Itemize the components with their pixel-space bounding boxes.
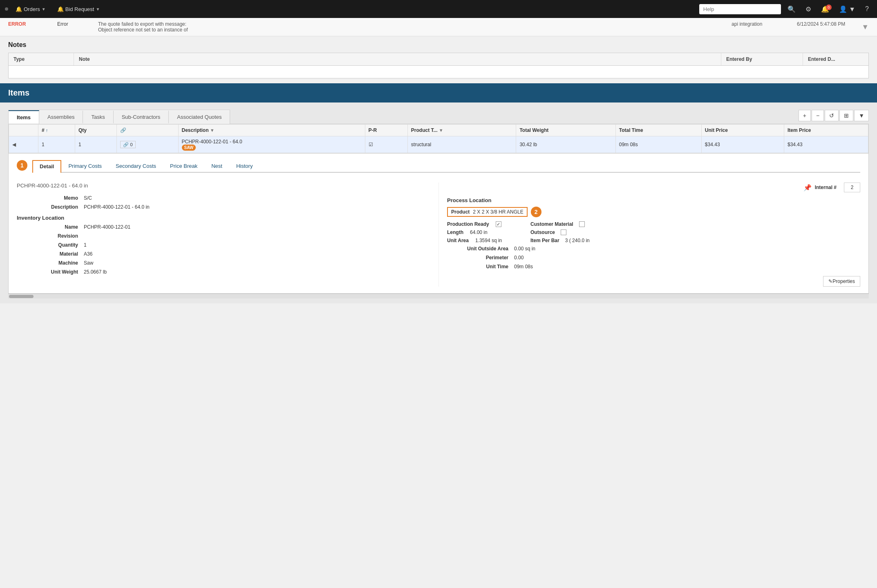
unit-outside-area-row: Unit Outside Area 0.00 sq in xyxy=(447,246,860,252)
inv-machine-label: Machine xyxy=(17,260,82,266)
process-location-header: Process Location xyxy=(447,197,860,203)
row-description: PCHPR-4000-122-01 - 64.0 SAW xyxy=(178,136,365,153)
internal-row: 📌 Internal # 2 xyxy=(447,183,860,192)
col-note: Note xyxy=(74,53,721,65)
inventory-location-header: Inventory Location xyxy=(17,215,430,221)
bid-icon: 🔔 xyxy=(57,6,64,12)
refresh-button[interactable]: ↺ xyxy=(825,110,839,121)
remove-item-button[interactable]: − xyxy=(812,110,824,121)
customer-material-field: Customer Material xyxy=(530,221,860,227)
tab-sub-contractors[interactable]: Sub-Contractors xyxy=(114,111,169,123)
detail-tab-nest[interactable]: Nest xyxy=(204,160,229,172)
detail-tab-price-break[interactable]: Price Break xyxy=(163,160,204,172)
detail-tab-detail[interactable]: Detail xyxy=(32,160,61,173)
production-ready-field: Production Ready xyxy=(447,221,529,227)
col-header-total-weight[interactable]: Total Weight xyxy=(516,125,615,136)
col-header-item-price[interactable]: Item Price xyxy=(784,125,868,136)
grid-view-button[interactable]: ⊞ xyxy=(839,110,853,121)
col-header-num[interactable]: # ↑ xyxy=(38,125,75,136)
memo-value: S/C xyxy=(84,195,430,201)
unit-time-row: Unit Time 09m 08s xyxy=(447,264,860,270)
detail-content: PCHPR-4000-122-01 - 64.0 in Memo S/C Des… xyxy=(17,183,860,287)
detail-tab-history[interactable]: History xyxy=(229,160,260,172)
row-expand[interactable]: ◀ xyxy=(9,136,38,153)
tab-assemblies[interactable]: Assemblies xyxy=(39,111,83,123)
notes-title: Notes xyxy=(8,41,869,49)
description-value: PCHPR-4000-122-01 - 64.0 in xyxy=(84,204,430,210)
error-msg-line1: The quote failed to export with message: xyxy=(98,21,715,27)
memo-row: Memo S/C xyxy=(17,195,430,201)
inv-revision-label: Revision xyxy=(17,233,82,239)
help-button[interactable]: ? xyxy=(862,4,872,14)
row-product-type: structural xyxy=(407,136,516,153)
outsource-label: Outsource xyxy=(530,229,559,235)
product-row: Product 2 X 2 X 3/8 HR ANGLE 2 xyxy=(447,207,860,217)
row-qty: 1 xyxy=(75,136,117,153)
row-num: 1 xyxy=(38,136,75,153)
description-label: Description xyxy=(17,204,82,210)
search-button[interactable]: 🔍 xyxy=(784,4,799,15)
saw-badge: SAW xyxy=(182,145,196,151)
outsource-field: Outsource xyxy=(530,229,860,235)
orders-arrow: ▼ xyxy=(42,7,46,11)
production-ready-checkbox[interactable] xyxy=(496,221,501,227)
length-field: Length 64.00 in xyxy=(447,229,529,235)
bid-request-menu[interactable]: 🔔 Bid Request ▼ xyxy=(53,4,104,15)
col-header-unit-price[interactable]: Unit Price xyxy=(701,125,784,136)
error-date: 6/12/2024 5:47:08 PM xyxy=(797,21,845,27)
col-header-total-time[interactable]: Total Time xyxy=(615,125,701,136)
length-label: Length xyxy=(447,229,468,235)
detail-left: PCHPR-4000-122-01 - 64.0 in Memo S/C Des… xyxy=(17,183,438,287)
outsource-checkbox[interactable] xyxy=(561,229,566,235)
table-row[interactable]: ◀ 1 1 🔗 0 PCHPR-4000-122-01 - 64.0 SAW ☑… xyxy=(9,136,868,153)
row-total-weight: 30.42 lb xyxy=(516,136,615,153)
row-pr: ☑ xyxy=(365,136,407,153)
top-navigation: 🔔 Orders ▼ 🔔 Bid Request ▼ 🔍 ⚙ 🔔 0 👤 ▼ ? xyxy=(0,0,877,18)
item-per-bar-value: 3 ( 240.0 in xyxy=(565,238,590,243)
horizontal-scrollbar[interactable] xyxy=(8,294,869,298)
orders-label: Orders xyxy=(24,6,40,12)
more-options-button[interactable]: ▼ xyxy=(854,110,869,121)
detail-tab-primary-costs[interactable]: Primary Costs xyxy=(61,160,109,172)
properties-button[interactable]: ✎Properties xyxy=(823,276,860,287)
inv-quantity-label: Quantity xyxy=(17,242,82,248)
orders-menu[interactable]: 🔔 Orders ▼ xyxy=(11,4,50,15)
row-unit-price: $34.43 xyxy=(701,136,784,153)
inv-material-label: Material xyxy=(17,251,82,257)
help-input[interactable] xyxy=(699,4,781,14)
scrollbar-thumb[interactable] xyxy=(9,295,34,298)
settings-button[interactable]: ⚙ xyxy=(802,4,814,15)
col-header-description[interactable]: Description ▼ xyxy=(178,125,365,136)
row-link[interactable]: 🔗 0 xyxy=(117,136,178,153)
perimeter-value: 0.00 xyxy=(514,255,860,261)
pin-icon[interactable]: 📌 xyxy=(803,184,812,192)
row-total-time: 09m 08s xyxy=(615,136,701,153)
detail-tabs: Detail Primary Costs Secondary Costs Pri… xyxy=(32,160,860,173)
tab-associated-quotes[interactable]: Associated Quotes xyxy=(169,111,230,123)
user-menu-button[interactable]: 👤 ▼ xyxy=(836,4,859,15)
unit-area-row: Unit Area 1.3594 sq in Item Per Bar 3 ( … xyxy=(447,238,860,243)
notification-button[interactable]: 🔔 0 xyxy=(818,4,832,15)
items-table-wrapper: # ↑ Qty 🔗 Description ▼ P-R Product T...… xyxy=(8,124,869,154)
col-header-product-type[interactable]: Product T... ▼ xyxy=(407,125,516,136)
inv-material-value: A36 xyxy=(84,251,430,257)
col-type: Type xyxy=(9,53,74,65)
col-header-link[interactable]: 🔗 xyxy=(117,125,178,136)
product-highlight-box: Product 2 X 2 X 3/8 HR ANGLE xyxy=(447,207,528,217)
memo-label: Memo xyxy=(17,195,82,201)
tabs-toolbar-row: Items Assemblies Tasks Sub-Contractors A… xyxy=(8,107,869,124)
tab-items[interactable]: Items xyxy=(9,110,39,124)
add-item-button[interactable]: + xyxy=(799,110,811,121)
unit-area-label: Unit Area xyxy=(447,238,473,243)
perimeter-label: Perimeter xyxy=(447,255,512,261)
col-header-pr[interactable]: P-R xyxy=(365,125,407,136)
col-header-qty[interactable]: Qty xyxy=(75,125,117,136)
detail-tab-secondary-costs[interactable]: Secondary Costs xyxy=(109,160,163,172)
inv-unit-weight-row: Unit Weight 25.0667 lb xyxy=(17,269,430,275)
nav-indicator xyxy=(5,7,8,11)
col-header-expand xyxy=(9,125,38,136)
customer-material-checkbox[interactable] xyxy=(579,221,585,227)
tab-tasks[interactable]: Tasks xyxy=(83,111,113,123)
scroll-down-icon[interactable]: ▼ xyxy=(861,23,869,31)
length-row: Length 64.00 in Outsource xyxy=(447,229,860,235)
